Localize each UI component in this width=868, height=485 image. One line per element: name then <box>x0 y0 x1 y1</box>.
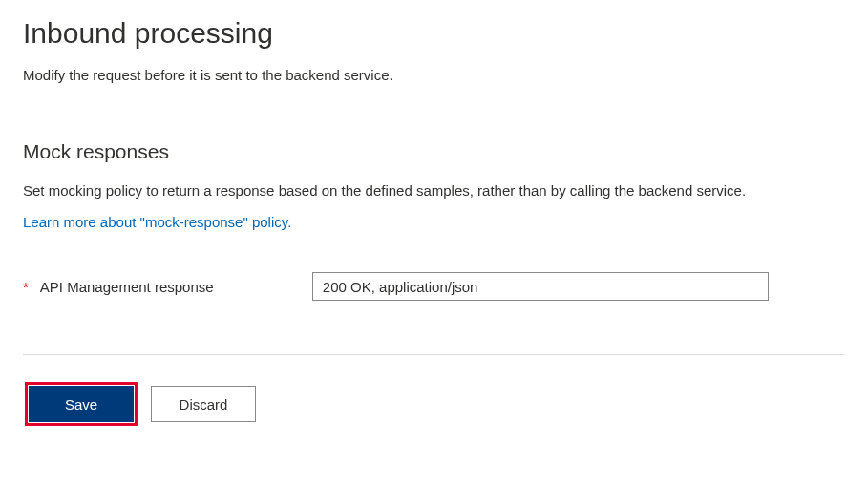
learn-more-link[interactable]: Learn more about "mock-response" policy. <box>23 214 291 230</box>
api-management-response-select[interactable] <box>312 272 769 301</box>
page-title: Inbound processing <box>23 17 845 50</box>
mock-responses-heading: Mock responses <box>23 140 845 163</box>
required-star-icon: * <box>23 279 29 295</box>
footer-actions: Save Discard <box>23 354 845 422</box>
save-button[interactable]: Save <box>29 386 134 422</box>
mock-responses-description: Set mocking policy to return a response … <box>23 182 845 199</box>
api-management-response-label: API Management response <box>40 279 312 295</box>
api-management-response-row: * API Management response <box>23 272 845 301</box>
api-management-response-select-wrap <box>312 272 769 301</box>
discard-button[interactable]: Discard <box>151 386 256 422</box>
page-subtitle: Modify the request before it is sent to … <box>23 67 845 83</box>
